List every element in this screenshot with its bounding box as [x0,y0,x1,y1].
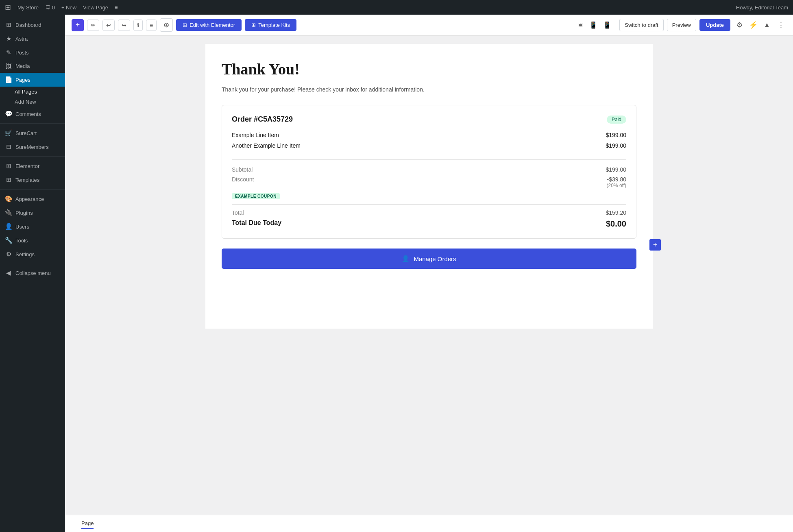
sidebar-item-comments[interactable]: 💬 Comments [0,107,65,121]
new-item-link[interactable]: + New [61,4,76,11]
template-kits-button[interactable]: ⊞ Template Kits [245,19,296,31]
order-box: Order #C5A35729 Paid Example Line Item $… [222,105,636,239]
line-item-1-price: $199.00 [606,132,626,138]
add-element-button[interactable]: + [72,19,84,31]
page-tab-bar: Page [65,515,793,532]
subtotal-value: $199.00 [606,166,626,173]
discount-label: Discount [232,176,254,188]
site-name[interactable]: My Store [17,4,39,11]
switch-to-draft-button[interactable]: Switch to draft [619,19,663,31]
list-button[interactable]: ≡ [146,20,157,31]
sidebar-bottom: ◀ Collapse menu [0,266,65,280]
dashboard-icon: ⊞ [5,21,12,28]
order-number: Order #C5A35729 [232,115,293,124]
total-due-label: Total Due Today [232,219,281,229]
manage-orders-button[interactable]: 👤 Manage Orders [222,249,636,269]
discount-row: Discount -$39.80 (20% off) [232,176,626,188]
sidebar-item-label: Plugins [15,210,33,216]
edit-with-elementor-button[interactable]: ⊞ Edit with Elementor [176,19,242,31]
undo-button[interactable]: ↩ [102,20,115,31]
collapse-menu-btn[interactable]: ◀ Collapse menu [0,266,65,280]
lightning-icon[interactable]: ⚡ [747,20,759,31]
astra-icon: ★ [5,35,12,42]
howdy-label: Howdy, Editorial Team [736,4,788,11]
total-due-amount: $0.00 [606,219,626,229]
view-page-link[interactable]: View Page [83,4,108,11]
coupon-badge: EXAMPLE COUPON [232,193,280,199]
info-button[interactable]: ℹ [133,20,143,31]
mobile-icon[interactable]: 📱 [601,20,613,31]
sidebar-item-label: Tools [15,238,28,244]
suremembers-icon: ⊟ [5,143,12,150]
page-tab[interactable]: Page [81,519,94,529]
settings-icon: ⚙ [5,251,12,258]
media-icon: 🖼 [5,63,12,70]
preview-button[interactable]: Preview [667,19,696,31]
sidebar-item-surecart[interactable]: 🛒 SureCart [0,126,65,140]
sidebar-item-label: Elementor [15,163,39,169]
sidebar-item-posts[interactable]: ✎ Posts [0,46,65,59]
elementor-logo-icon: ⊞ [183,22,187,28]
pages-submenu: All Pages Add New [0,87,65,107]
sidebar: ⊞ Dashboard ★ Astra ✎ Posts 🖼 Media 📄 Pa… [0,15,65,532]
collapse-icon: ◀ [5,269,12,277]
tools-icon: 🔧 [5,237,12,244]
desktop-icon[interactable]: 🖥 [575,20,585,31]
line-item-2: Another Example Line Item $199.00 [232,142,626,149]
discount-pct: (20% off) [607,183,626,188]
sidebar-item-label: SureMembers [15,144,49,150]
device-icons-group: 🖥 📱 📱 [575,20,613,31]
sidebar-item-label: Posts [15,50,29,56]
submenu-add-new[interactable]: Add New [15,97,65,107]
sidebar-item-media[interactable]: 🖼 Media [0,59,65,73]
comments-count[interactable]: 🗨 0 [45,4,55,11]
edit-pencil-button[interactable]: ✏ [87,20,99,31]
sidebar-item-label: Templates [15,177,39,183]
plugins-icon: 🔌 [5,209,12,216]
users-icon: 👤 [5,223,12,230]
circle-button[interactable]: ⊕ [160,18,173,32]
submenu-all-pages[interactable]: All Pages [15,87,65,97]
page-editor: Thank You! Thank you for your purchase! … [65,36,793,515]
templates-icon: ⊞ [5,176,12,183]
line-items: Example Line Item $199.00 Another Exampl… [232,132,626,160]
appearance-icon: 🎨 [5,195,12,203]
gear-icon[interactable]: ⚙ [734,20,745,31]
manage-orders-icon: 👤 [402,255,410,262]
total-row: Total $159.20 [232,209,626,216]
sidebar-item-plugins[interactable]: 🔌 Plugins [0,206,65,220]
surecart-icon: 🛒 [5,129,12,137]
line-item-1-name: Example Line Item [232,132,279,138]
sidebar-item-pages[interactable]: 📄 Pages [0,73,65,87]
add-block-button[interactable]: + [649,239,661,251]
sidebar-item-label: Collapse menu [15,270,51,276]
customize-icon: ≡ [115,4,118,11]
tablet-icon[interactable]: 📱 [588,20,599,31]
page-canvas: Thank You! Thank you for your purchase! … [205,44,653,329]
more-icon[interactable]: ⋮ [775,20,786,31]
sidebar-item-label: Media [15,63,30,69]
sidebar-item-dashboard[interactable]: ⊞ Dashboard [0,18,65,32]
thank-you-title: Thank You! [222,60,636,78]
toolbar-icons-group: ⚙ ⚡ ▲ ⋮ [734,20,786,31]
sidebar-item-tools[interactable]: 🔧 Tools [0,233,65,247]
sidebar-item-suremembers[interactable]: ⊟ SureMembers [0,140,65,154]
subtotal-label: Subtotal [232,166,253,173]
update-button[interactable]: Update [699,19,730,31]
elementor-toolbar: + ✏ ↩ ↪ ℹ ≡ ⊕ ⊞ Edit with Elementor ⊞ Te… [65,15,793,36]
sidebar-item-settings[interactable]: ⚙ Settings [0,247,65,261]
sidebar-item-astra[interactable]: ★ Astra [0,32,65,46]
sidebar-divider-3 [0,189,65,190]
sidebar-item-elementor[interactable]: ⊞ Elementor [0,159,65,173]
sidebar-item-label: Dashboard [15,22,41,28]
subtotal-row: Subtotal $199.00 [232,166,626,173]
total-value: $159.20 [606,209,626,216]
astra-icon[interactable]: ▲ [761,20,773,31]
sidebar-item-label: Astra [15,36,28,42]
sidebar-item-appearance[interactable]: 🎨 Appearance [0,192,65,206]
line-item-1: Example Line Item $199.00 [232,132,626,138]
sidebar-divider-2 [0,156,65,157]
redo-button[interactable]: ↪ [118,20,130,31]
sidebar-item-templates[interactable]: ⊞ Templates [0,173,65,187]
sidebar-item-users[interactable]: 👤 Users [0,220,65,233]
